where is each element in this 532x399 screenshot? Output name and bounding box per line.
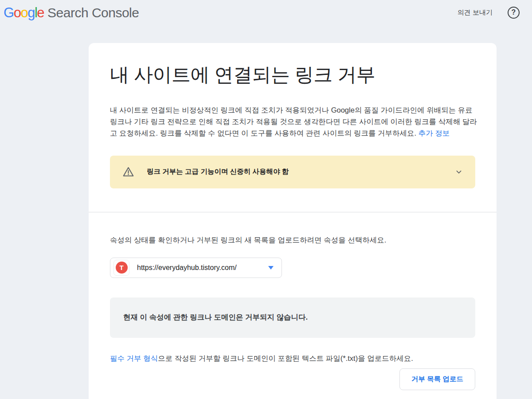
spacer xyxy=(110,188,475,212)
send-feedback-button[interactable]: 의견 보내기 xyxy=(458,8,493,17)
dropdown-arrow-icon[interactable] xyxy=(268,266,274,270)
warning-banner[interactable]: 링크 거부는 고급 기능이며 신중히 사용해야 함 xyxy=(110,156,475,188)
content-card: 내 사이트에 연결되는 링크 거부 내 사이트로 연결되는 비정상적인 링크에 … xyxy=(89,43,497,399)
warning-banner-text: 링크 거부는 고급 기능이며 신중히 사용해야 함 xyxy=(147,167,289,176)
property-favicon: T xyxy=(113,260,129,276)
google-logo-letter: G xyxy=(4,5,14,20)
header-actions: 의견 보내기 ? xyxy=(458,7,520,19)
product-name-label: Search Console xyxy=(47,6,139,20)
property-instruction: 속성의 상태를 확인하거나 거부된 링크의 새 목록을 업로드하려면 속성을 선… xyxy=(110,234,475,246)
property-url-label: https://everydayhub.tistory.com/ xyxy=(137,264,237,272)
google-logo: Google xyxy=(4,6,44,20)
chevron-down-icon[interactable] xyxy=(454,167,464,177)
google-logo-letter: g xyxy=(27,5,35,20)
upload-disavow-list-button[interactable]: 거부 목록 업로드 xyxy=(399,368,475,390)
help-icon[interactable]: ? xyxy=(508,7,520,19)
status-message: 현재 이 속성에 관한 링크나 도메인은 거부되지 않습니다. xyxy=(123,313,308,322)
tistory-favicon-icon: T xyxy=(116,262,128,274)
upload-instruction: 필수 거부 형식으로 작성된 거부할 링크나 도메인이 포함된 텍스트 파일(*… xyxy=(110,352,475,364)
warning-icon xyxy=(122,166,134,178)
disavow-intro-section: 내 사이트에 연결되는 링크 거부 내 사이트로 연결되는 비정상적인 링크에 … xyxy=(89,43,497,212)
google-logo-letter: o xyxy=(20,5,27,20)
page-title: 내 사이트에 연결되는 링크 거부 xyxy=(110,63,475,87)
upload-button-row: 거부 목록 업로드 xyxy=(110,368,475,390)
app-header: Google Search Console 의견 보내기 ? xyxy=(0,0,532,25)
google-logo-letter: o xyxy=(14,5,21,20)
page-description: 내 사이트로 연결되는 비정상적인 링크에 직접 조치가 적용되었거나 Goog… xyxy=(110,104,477,139)
google-logo-letter: e xyxy=(37,5,44,20)
property-section: 속성의 상태를 확인하거나 거부된 링크의 새 목록을 업로드하려면 속성을 선… xyxy=(89,212,497,390)
property-selector[interactable]: T https://everydayhub.tistory.com/ xyxy=(110,258,282,278)
google-search-console-logo[interactable]: Google Search Console xyxy=(4,6,139,20)
status-message-box: 현재 이 속성에 관한 링크나 도메인은 거부되지 않습니다. xyxy=(110,297,475,338)
required-format-link[interactable]: 필수 거부 형식 xyxy=(110,354,158,362)
learn-more-link[interactable]: 추가 정보 xyxy=(419,129,450,137)
upload-instruction-text: 으로 작성된 거부할 링크나 도메인이 포함된 텍스트 파일(*.txt)을 업… xyxy=(158,354,413,362)
